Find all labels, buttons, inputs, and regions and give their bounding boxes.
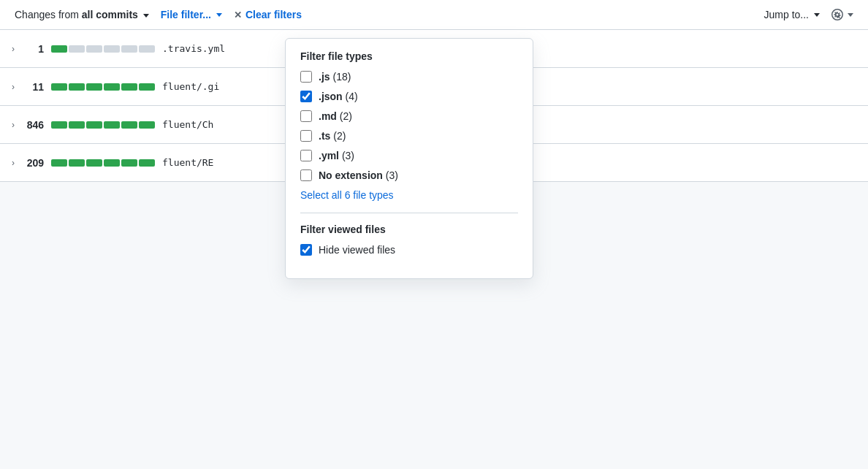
jump-to-label: Jump to... [764, 9, 809, 20]
expand-row-icon[interactable]: › [12, 158, 15, 168]
diff-bar [51, 83, 155, 91]
list-item[interactable]: .json (4) [300, 91, 518, 102]
file-type-checkboxes: .js (18).json (4).md (2).ts (2).yml (3)N… [300, 71, 518, 181]
diff-bar [51, 159, 155, 167]
diff-segment [69, 45, 85, 53]
file-type-label[interactable]: No extension (3) [319, 169, 398, 181]
close-icon: ✕ [234, 9, 242, 20]
file-type-checkbox[interactable] [300, 91, 312, 102]
diff-segment [69, 83, 85, 91]
list-item[interactable]: .js (18) [300, 71, 518, 83]
file-type-label[interactable]: .md (2) [319, 110, 352, 122]
file-type-checkbox[interactable] [300, 130, 312, 142]
filter-file-types-title: Filter file types [300, 50, 518, 62]
file-type-label[interactable]: .yml (3) [319, 150, 354, 161]
diff-segment [51, 121, 67, 129]
expand-row-icon[interactable]: › [12, 44, 15, 54]
diff-segment [51, 159, 67, 167]
line-count: 11 [22, 81, 44, 93]
diff-segment [86, 83, 102, 91]
file-name[interactable]: .travis.yml [162, 43, 225, 54]
file-name[interactable]: fluent/.gi [162, 81, 219, 92]
line-count: 209 [22, 157, 44, 169]
file-type-checkbox[interactable] [300, 110, 312, 122]
line-count: 1 [22, 43, 44, 55]
diff-segment [121, 121, 137, 129]
gear-icon [831, 9, 843, 20]
file-name[interactable]: fluent/Ch [162, 119, 213, 130]
jump-to-button[interactable]: Jump to... [764, 9, 820, 20]
clear-filters-button[interactable]: ✕ Clear filters [234, 9, 302, 20]
diff-segment [69, 159, 85, 167]
diff-segment [104, 83, 120, 91]
commits-chevron-icon [143, 14, 149, 18]
jump-to-chevron-icon [814, 13, 820, 17]
diff-segment [121, 45, 137, 53]
diff-segment [69, 121, 85, 129]
hide-viewed-label[interactable]: Hide viewed files [319, 244, 395, 256]
diff-segment [51, 83, 67, 91]
line-count: 846 [22, 119, 44, 131]
diff-bar [51, 45, 155, 53]
diff-segment [121, 83, 137, 91]
file-type-label[interactable]: .ts (2) [319, 130, 346, 142]
diff-segment [86, 159, 102, 167]
diff-segment [104, 159, 120, 167]
list-item[interactable]: No extension (3) [300, 169, 518, 181]
diff-segment [104, 121, 120, 129]
settings-button[interactable] [831, 9, 853, 20]
select-all-link[interactable]: Select all 6 file types [300, 189, 518, 201]
diff-segment [51, 45, 67, 53]
file-filter-label: File filter... [161, 9, 211, 20]
file-name[interactable]: fluent/RE [162, 157, 213, 168]
commits-value: all commits [82, 9, 138, 20]
file-type-label[interactable]: .js (18) [319, 71, 351, 83]
file-type-label[interactable]: .json (4) [319, 91, 358, 102]
diff-segment [139, 45, 155, 53]
file-filter-dropdown: Filter file types .js (18).json (4).md (… [285, 38, 533, 279]
list-item[interactable]: Hide viewed files [300, 244, 518, 256]
diff-segment [139, 83, 155, 91]
diff-segment [104, 45, 120, 53]
viewed-file-checkboxes: Hide viewed files [300, 244, 518, 256]
expand-row-icon[interactable]: › [12, 120, 15, 130]
file-type-checkbox[interactable] [300, 150, 312, 161]
file-filter-chevron-icon [216, 13, 222, 17]
diff-bar [51, 121, 155, 129]
clear-filters-label: Clear filters [245, 9, 302, 20]
file-type-checkbox[interactable] [300, 169, 312, 181]
section-divider [300, 213, 518, 213]
file-type-checkbox[interactable] [300, 71, 312, 83]
list-item[interactable]: .md (2) [300, 110, 518, 122]
diff-segment [86, 45, 102, 53]
diff-segment [86, 121, 102, 129]
file-filter-button[interactable]: File filter... [161, 9, 222, 20]
diff-segment [139, 121, 155, 129]
diff-segment [121, 159, 137, 167]
list-item[interactable]: .ts (2) [300, 130, 518, 142]
hide-viewed-checkbox[interactable] [300, 244, 312, 256]
list-item[interactable]: .yml (3) [300, 150, 518, 161]
commits-filter-label: Changes from all commits [15, 9, 149, 20]
settings-chevron-icon [848, 13, 853, 17]
diff-segment [139, 159, 155, 167]
filter-viewed-files-title: Filter viewed files [300, 224, 518, 235]
toolbar: Changes from all commits File filter... … [0, 0, 868, 30]
expand-row-icon[interactable]: › [12, 82, 15, 92]
